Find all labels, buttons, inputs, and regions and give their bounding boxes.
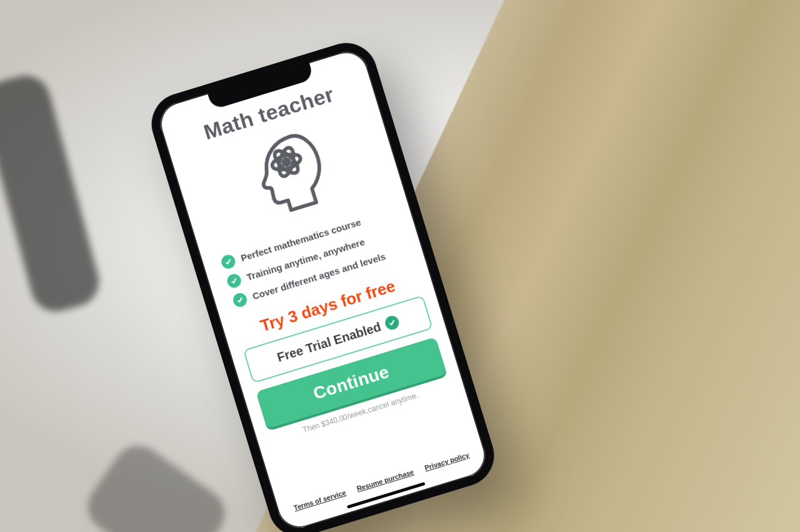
check-icon bbox=[383, 314, 400, 331]
scene-background: Math teacher bbox=[0, 0, 800, 532]
privacy-link[interactable]: Privacy policy bbox=[424, 451, 470, 471]
terms-link[interactable]: Terms of service bbox=[292, 489, 346, 512]
app-screen: Math teacher bbox=[155, 46, 491, 532]
footer-links: Terms of service Resume purchase Privacy… bbox=[291, 450, 474, 516]
phone-mockup: Math teacher bbox=[144, 36, 501, 532]
phone-body: Math teacher bbox=[144, 36, 501, 532]
check-icon bbox=[231, 292, 248, 308]
svg-point-0 bbox=[282, 159, 290, 166]
check-icon bbox=[226, 272, 242, 289]
check-icon bbox=[220, 254, 237, 270]
